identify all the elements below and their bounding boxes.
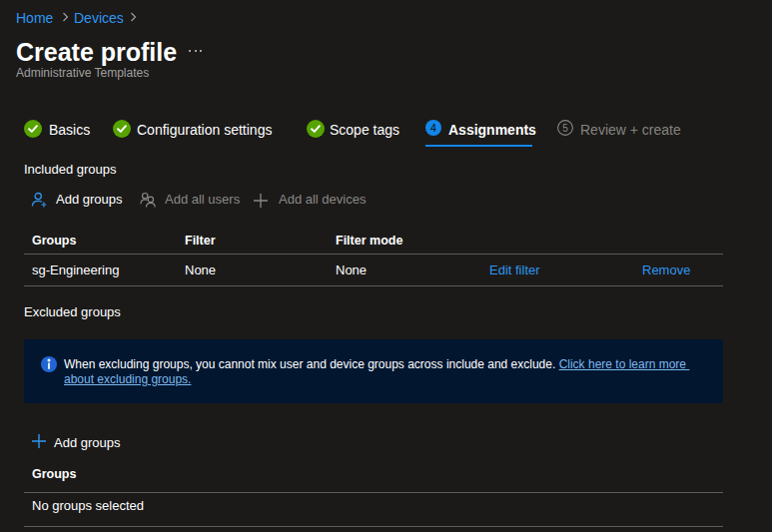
- svg-text:4: 4: [430, 122, 436, 134]
- svg-text:5: 5: [562, 123, 568, 134]
